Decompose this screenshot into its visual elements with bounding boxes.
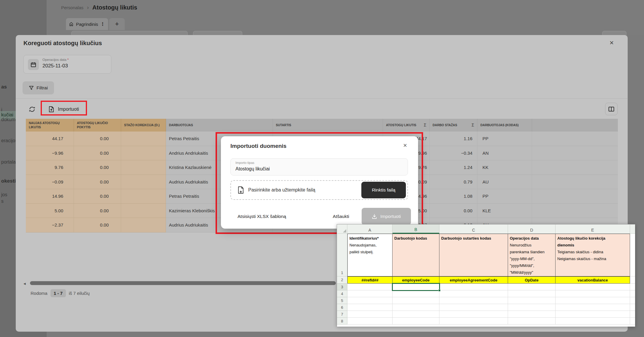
cell-pokytis: 0.00 — [74, 160, 121, 175]
sheet-row-header[interactable]: 6 — [337, 304, 347, 311]
cell-stazo-korekcija[interactable] — [121, 204, 166, 218]
sheet-cell-c1[interactable]: Darbuotojo sutarties kodas — [439, 234, 508, 276]
cell-stazo-korekcija[interactable] — [121, 175, 166, 189]
sheet-row-header[interactable]: 2 — [337, 276, 347, 284]
sheet-cell — [347, 284, 393, 290]
horizontal-scrollbar-thumb[interactable] — [30, 281, 336, 285]
sheet-row-header[interactable]: 1 — [337, 234, 347, 276]
sheet-cell-e1[interactable]: Atostogų likučio korekcija dienomis Teig… — [556, 234, 630, 276]
download-xlsx-template-link[interactable]: Atsisiųsti XLSX šabloną — [238, 214, 286, 219]
cell-stazo-korekcija[interactable] — [121, 146, 166, 161]
sheet-cell — [556, 311, 630, 318]
cell-kodas: KLE — [477, 204, 532, 218]
sheet-column-header-a[interactable]: A — [347, 224, 393, 234]
cell-stazo-korekcija[interactable] — [121, 132, 166, 146]
sheet-column-header-d[interactable]: D — [508, 224, 556, 234]
import-type-select[interactable]: Importo tipas Atostogų likučiai — [230, 158, 408, 175]
cancel-button[interactable]: Atšaukti — [333, 214, 349, 219]
cell-kodas: AU — [477, 175, 532, 189]
sheet-cell — [630, 234, 635, 276]
breadcrumb-parent[interactable]: Personalas — [61, 5, 83, 10]
cell-empty — [532, 204, 618, 218]
sheet-row-header[interactable]: 8 — [337, 318, 347, 325]
sheet-row-header[interactable]: 7 — [337, 311, 347, 318]
sidebar-item-label[interactable]: jos — [1, 192, 7, 197]
add-tab-button[interactable]: + — [109, 18, 125, 30]
tab-menu-icon[interactable]: ⋮ — [100, 21, 105, 27]
sheet-cell-a1[interactable]: Identifikatorius* Nenaudojamas, palikti … — [347, 234, 393, 276]
sheet-row-header[interactable]: 5 — [337, 297, 347, 304]
sigma-icon: Σ — [424, 123, 426, 128]
column-header[interactable]: DARBUOTOJAS — [166, 119, 273, 132]
choose-file-button[interactable]: Rinktis failą — [361, 182, 406, 198]
cell-naujas-likutis[interactable]: 9.76 — [26, 160, 74, 175]
sidebar-item-label[interactable]: eracijos — [1, 138, 18, 143]
cell-empty — [532, 160, 618, 175]
sheet-cell — [556, 318, 630, 325]
dropzone-text: Pasirinkite arba užtempkite failą — [248, 187, 315, 193]
sheet-column-header-e[interactable]: E — [556, 224, 630, 234]
import-submit-button[interactable]: Importuoti — [362, 208, 411, 225]
cell-naujas-likutis[interactable]: −0.09 — [26, 175, 74, 189]
operation-date-field[interactable]: Operacijos data * 2025-11-03 — [23, 55, 111, 74]
column-header[interactable]: DARBUOTOJAS (KODAS) — [477, 119, 532, 132]
pagination-status: Rodoma 1 - 7 iš 7 eilučių — [31, 288, 90, 298]
column-header[interactable]: ATOSTOGŲ LIKUTISΣ — [383, 119, 430, 132]
sheet-grid: Identifikatorius* Nenaudojamas, palikti … — [347, 234, 635, 325]
sheet-cell-e2[interactable]: vacationBalance — [556, 276, 630, 284]
sheet-row-header[interactable]: 4 — [337, 290, 347, 297]
cell-naujas-likutis[interactable]: 14.96 — [26, 189, 74, 204]
sidebar-item-label[interactable]: as — [1, 84, 7, 90]
sheet-cell — [393, 311, 439, 318]
dialog-close-icon[interactable]: × — [403, 142, 407, 149]
refresh-button[interactable] — [28, 105, 37, 114]
column-header[interactable]: STAŽO KOREKCIJA (D.) — [121, 119, 166, 132]
cell-kodas: PP — [477, 189, 532, 204]
cell-stazo-korekcija[interactable] — [121, 218, 166, 232]
cell-naujas-likutis[interactable]: 5.00 — [26, 204, 74, 218]
column-header[interactable]: ATOSTOGŲ LIKUČIO POKYTIS — [74, 119, 121, 132]
cell-kodas: KK — [477, 160, 532, 175]
tab-pagrindinis[interactable]: Pagrindinis ⋮ — [66, 18, 108, 30]
filters-button[interactable]: Filtrai — [23, 81, 54, 94]
sidebar-item-label[interactable]: portala — [1, 159, 16, 165]
cell-pokytis: 0.00 — [74, 146, 121, 161]
cell-stazo-korekcija[interactable] — [121, 189, 166, 204]
sheet-cell-b1[interactable]: Darbuotojo kodas — [393, 234, 439, 276]
sheet-selected-cell-b3[interactable] — [392, 283, 440, 291]
cell-empty — [532, 175, 618, 189]
fill-handle[interactable] — [438, 289, 441, 292]
scrollbar-left-arrow-icon[interactable]: ◂ — [23, 281, 26, 286]
sheet-cell-d2[interactable]: OpDate — [508, 276, 556, 284]
sidebar-item-label[interactable]: i — [1, 107, 2, 113]
file-dropzone[interactable]: Pasirinkite arba užtempkite failą Rinkti… — [230, 180, 408, 200]
cell-naujas-likutis[interactable]: 44.17 — [26, 132, 74, 146]
column-header[interactable]: SUTARTIS — [273, 119, 383, 132]
cell-naujas-likutis[interactable]: −9.96 — [26, 146, 74, 161]
import-data-dialog: Importuoti duomenis × Importo tipas Atos… — [221, 136, 418, 229]
sheet-cell — [439, 297, 508, 304]
sheet-row-header[interactable]: 3 — [337, 284, 347, 290]
breadcrumb-separator-icon: › — [87, 4, 89, 11]
sheet-cell-d1[interactable]: Operacijos data Nenurodžius parenkama ši… — [508, 234, 556, 276]
column-header[interactable]: NAUJAS ATOSTOGŲ LIKUTIS — [26, 119, 74, 132]
toolbar-sliver-search — [71, 31, 188, 35]
column-settings-button[interactable] — [605, 103, 618, 115]
pager-showing-label: Rodoma — [31, 291, 48, 296]
sheet-column-header-c[interactable]: C — [439, 224, 508, 234]
cell-naujas-likutis[interactable]: −2.37 — [26, 218, 74, 232]
breadcrumb: Personalas › Atostogų likutis — [61, 4, 137, 11]
sheet-cell-c2[interactable]: employeeAgreementCode — [439, 276, 508, 284]
sheet-cell-a2[interactable]: ##refId## — [347, 276, 393, 284]
modal-close-icon[interactable]: × — [610, 39, 614, 46]
sheet-cell — [439, 284, 508, 290]
cell-stazo-korekcija[interactable] — [121, 160, 166, 175]
sheet-select-all-corner[interactable] — [337, 224, 347, 234]
dialog-title: Importuoti duomenis — [230, 143, 287, 149]
cell-pokytis: 0.00 — [74, 218, 121, 232]
sheet-row-headers: 1 2 3 4 5 6 7 8 — [337, 234, 347, 325]
sheet-cell-b2[interactable]: employeeCode — [393, 276, 439, 284]
column-header[interactable]: DARBO STAŽASΣ — [430, 119, 477, 132]
sheet-column-header-b[interactable]: B — [393, 224, 439, 234]
sidebar-item-label[interactable]: s — [1, 199, 4, 204]
